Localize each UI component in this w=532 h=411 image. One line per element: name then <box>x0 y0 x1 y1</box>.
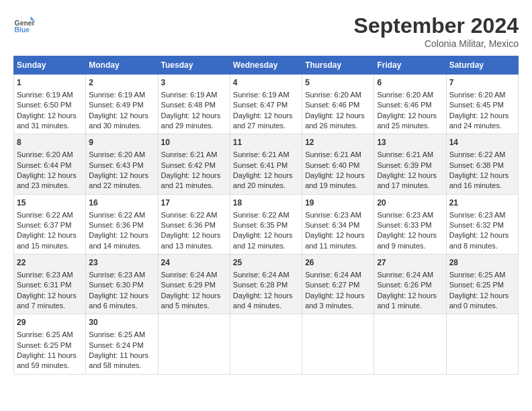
cell-info-line: Daylight: 12 hours <box>305 171 371 181</box>
cell-info-line: Sunrise: 6:19 AM <box>233 90 299 100</box>
calendar-header-row: SundayMondayTuesdayWednesdayThursdayFrid… <box>14 56 519 75</box>
calendar-week-row: 29Sunrise: 6:25 AMSunset: 6:25 PMDayligh… <box>14 314 519 374</box>
cell-info-line: Daylight: 11 hours <box>89 351 154 361</box>
cell-info-line: Sunset: 6:25 PM <box>17 340 83 351</box>
cell-info-line: Sunrise: 6:20 AM <box>377 90 443 100</box>
calendar-cell <box>158 314 230 374</box>
calendar-cell <box>230 314 302 374</box>
cell-info-line: Daylight: 12 hours <box>161 291 227 301</box>
calendar-cell: 27Sunrise: 6:24 AMSunset: 6:26 PMDayligh… <box>374 255 446 314</box>
cell-info-line: Sunset: 6:26 PM <box>377 280 443 290</box>
cell-info-line: Sunrise: 6:24 AM <box>161 270 227 280</box>
cell-info-line: Sunrise: 6:21 AM <box>305 150 371 160</box>
cell-info-line: and 23 minutes. <box>17 181 83 191</box>
cell-info-line: Daylight: 12 hours <box>161 111 227 121</box>
cell-info-line: Sunrise: 6:20 AM <box>305 90 371 100</box>
cell-info-line: Sunrise: 6:22 AM <box>233 210 299 220</box>
calendar-cell: 10Sunrise: 6:21 AMSunset: 6:42 PMDayligh… <box>158 134 230 194</box>
cell-info-line: Sunset: 6:43 PM <box>89 161 154 171</box>
day-number: 10 <box>161 137 227 148</box>
cell-info-line: and 15 minutes. <box>17 241 83 251</box>
day-number: 25 <box>233 257 299 269</box>
calendar-cell: 3Sunrise: 6:19 AMSunset: 6:48 PMDaylight… <box>158 75 230 134</box>
cell-info-line: Daylight: 12 hours <box>233 230 299 240</box>
cell-info-line: and 0 minutes. <box>449 301 515 311</box>
day-number: 27 <box>377 257 443 269</box>
cell-info-line: and 17 minutes. <box>377 181 443 191</box>
cell-info-line: and 16 minutes. <box>449 181 515 191</box>
cell-info-line: Daylight: 12 hours <box>377 230 443 240</box>
cell-info-line: Sunrise: 6:21 AM <box>377 150 443 160</box>
cell-info-line: Sunset: 6:36 PM <box>89 220 154 230</box>
day-number: 6 <box>377 77 443 89</box>
cell-info-line: and 25 minutes. <box>377 121 443 131</box>
cell-info-line: Sunrise: 6:21 AM <box>161 150 227 160</box>
calendar-title: September 2024 <box>354 13 519 38</box>
day-number: 4 <box>233 77 299 89</box>
cell-info-line: Daylight: 12 hours <box>305 111 371 121</box>
day-number: 21 <box>449 197 515 209</box>
cell-info-line: Daylight: 12 hours <box>449 291 515 301</box>
cell-info-line: and 8 minutes. <box>449 241 515 251</box>
day-number: 8 <box>17 137 83 148</box>
cell-info-line: and 11 minutes. <box>305 241 371 251</box>
calendar-cell: 8Sunrise: 6:20 AMSunset: 6:44 PMDaylight… <box>14 134 86 194</box>
cell-info-line: Sunset: 6:24 PM <box>89 340 154 351</box>
cell-info-line: Sunrise: 6:23 AM <box>449 210 515 220</box>
cell-info-line: Sunset: 6:42 PM <box>161 161 227 171</box>
calendar-cell: 5Sunrise: 6:20 AMSunset: 6:46 PMDaylight… <box>302 75 374 134</box>
cell-info-line: Sunrise: 6:19 AM <box>89 90 154 100</box>
calendar-week-row: 22Sunrise: 6:23 AMSunset: 6:31 PMDayligh… <box>14 255 519 314</box>
cell-info-line: Daylight: 12 hours <box>449 111 515 121</box>
cell-info-line: and 5 minutes. <box>161 301 227 311</box>
cell-info-line: and 14 minutes. <box>89 241 154 251</box>
calendar-week-row: 15Sunrise: 6:22 AMSunset: 6:37 PMDayligh… <box>14 194 519 254</box>
day-number: 11 <box>233 137 299 148</box>
weekday-header-saturday: Saturday <box>446 56 518 75</box>
cell-info-line: Sunset: 6:41 PM <box>233 161 299 171</box>
calendar-cell <box>446 314 518 374</box>
cell-info-line: Sunset: 6:38 PM <box>449 161 515 171</box>
cell-info-line: Sunrise: 6:24 AM <box>233 270 299 280</box>
cell-info-line: and 13 minutes. <box>161 241 227 251</box>
day-number: 20 <box>377 197 443 209</box>
cell-info-line: and 9 minutes. <box>377 241 443 251</box>
day-number: 28 <box>449 257 515 269</box>
cell-info-line: Daylight: 12 hours <box>161 230 227 240</box>
cell-info-line: Sunrise: 6:22 AM <box>17 210 83 220</box>
cell-info-line: Sunrise: 6:21 AM <box>233 150 299 160</box>
calendar-cell: 17Sunrise: 6:22 AMSunset: 6:36 PMDayligh… <box>158 194 230 254</box>
cell-info-line: Daylight: 12 hours <box>233 291 299 301</box>
cell-info-line: Sunrise: 6:19 AM <box>17 90 83 100</box>
calendar-cell: 15Sunrise: 6:22 AMSunset: 6:37 PMDayligh… <box>14 194 86 254</box>
calendar-cell <box>374 314 446 374</box>
generalblue-logo-icon: General Blue <box>13 13 35 35</box>
weekday-header-tuesday: Tuesday <box>158 56 230 75</box>
cell-info-line: Sunset: 6:36 PM <box>161 220 227 230</box>
cell-info-line: and 24 minutes. <box>449 121 515 131</box>
calendar-title-block: September 2024 Colonia Militar, Mexico <box>354 13 519 49</box>
calendar-cell: 24Sunrise: 6:24 AMSunset: 6:29 PMDayligh… <box>158 255 230 314</box>
cell-info-line: Daylight: 12 hours <box>89 291 154 301</box>
calendar-cell: 2Sunrise: 6:19 AMSunset: 6:49 PMDaylight… <box>86 75 158 134</box>
cell-info-line: Daylight: 12 hours <box>89 171 154 181</box>
day-number: 12 <box>305 137 371 148</box>
calendar-cell <box>302 314 374 374</box>
cell-info-line: and 29 minutes. <box>161 121 227 131</box>
day-number: 18 <box>233 197 299 209</box>
svg-text:Blue: Blue <box>15 26 30 34</box>
calendar-cell: 11Sunrise: 6:21 AMSunset: 6:41 PMDayligh… <box>230 134 302 194</box>
cell-info-line: Daylight: 12 hours <box>377 291 443 301</box>
day-number: 3 <box>161 77 227 89</box>
cell-info-line: Sunrise: 6:23 AM <box>17 270 83 280</box>
calendar-cell: 26Sunrise: 6:24 AMSunset: 6:27 PMDayligh… <box>302 255 374 314</box>
cell-info-line: Sunrise: 6:22 AM <box>449 150 515 160</box>
cell-info-line: Sunrise: 6:20 AM <box>17 150 83 160</box>
calendar-cell: 6Sunrise: 6:20 AMSunset: 6:46 PMDaylight… <box>374 75 446 134</box>
day-number: 1 <box>17 77 83 89</box>
day-number: 26 <box>305 257 371 269</box>
cell-info-line: Sunrise: 6:24 AM <box>377 270 443 280</box>
cell-info-line: Daylight: 12 hours <box>233 111 299 121</box>
calendar-cell: 9Sunrise: 6:20 AMSunset: 6:43 PMDaylight… <box>86 134 158 194</box>
cell-info-line: Sunset: 6:28 PM <box>233 280 299 290</box>
